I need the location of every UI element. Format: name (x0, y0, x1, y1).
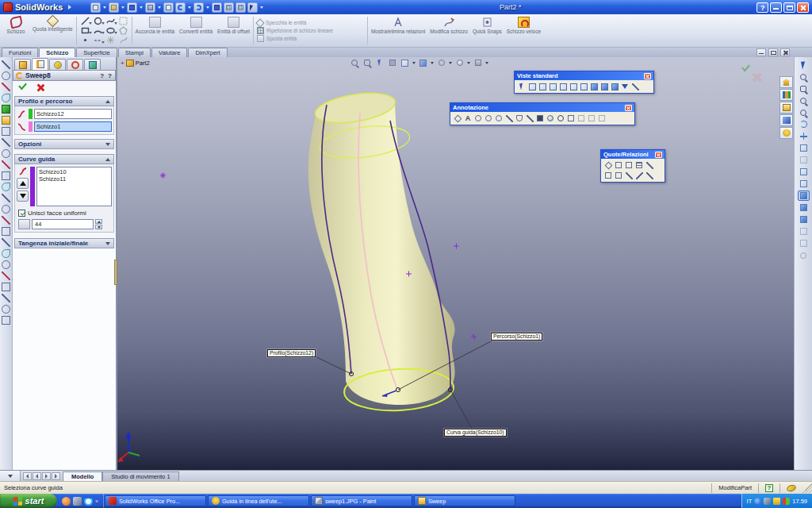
chevron-down-icon[interactable] (158, 6, 161, 9)
section-view-button[interactable] (798, 226, 810, 237)
zoom-fit-button[interactable] (798, 95, 810, 106)
spin-up-button[interactable] (95, 219, 102, 224)
spin-down-button[interactable] (95, 225, 102, 229)
guide-curves-group-header[interactable]: Curve guida (14, 154, 114, 164)
front-view-button[interactable] (527, 82, 537, 91)
left-toolbar-icon[interactable] (2, 260, 10, 269)
zoom-selection-button[interactable] (798, 107, 810, 117)
left-view-button[interactable] (548, 82, 557, 91)
next-tab-button[interactable] (42, 472, 51, 480)
internet-explorer-icon[interactable] (84, 497, 93, 506)
ellipse-tool-button[interactable] (105, 26, 117, 36)
select-button[interactable] (798, 60, 810, 70)
tray-icon[interactable] (783, 498, 790, 505)
left-toolbar-icon[interactable] (2, 116, 10, 125)
chevron-down-icon[interactable] (260, 6, 263, 9)
profile-selection-field[interactable]: Schizzo12 (34, 109, 112, 119)
dimxpert-manager-tab[interactable] (67, 59, 83, 70)
toolbar-title-bar[interactable]: Viste standard (515, 71, 653, 80)
trim-entities-button[interactable]: Accorcia le entità (133, 15, 178, 46)
new-document-button[interactable] (90, 2, 101, 13)
tab-valutare[interactable]: Valutare (151, 48, 187, 57)
doc-minimize-button[interactable] (756, 48, 766, 56)
left-toolbar-icon[interactable] (2, 238, 10, 247)
pan-button[interactable] (798, 131, 810, 141)
tab-funzioni[interactable]: Funzioni (2, 48, 38, 57)
display-manager-tab[interactable] (84, 59, 101, 70)
minimize-button[interactable] (770, 2, 782, 13)
move-up-button[interactable] (17, 178, 29, 189)
linear-sketch-pattern-button[interactable]: Ripetizione di schizzo lineare (257, 27, 333, 34)
resources-tab[interactable] (779, 76, 793, 88)
left-toolbar-icon[interactable] (2, 271, 10, 280)
taskbar-item-help[interactable]: Guida in linea dell'ute... (208, 495, 309, 506)
taskbar-item-sweep-folder[interactable]: Sweep (414, 495, 515, 506)
panel-flyout-button[interactable] (0, 471, 21, 481)
quick-tips-icon[interactable]: ? (765, 484, 773, 492)
properties-button[interactable] (236, 2, 246, 13)
scene-button[interactable] (473, 58, 483, 67)
isometric-view-button[interactable] (589, 82, 599, 91)
left-toolbar-icon[interactable] (2, 249, 10, 258)
zoom-area-button[interactable] (798, 83, 810, 94)
auto-balloon-button[interactable] (484, 114, 493, 123)
language-indicator[interactable]: IT (747, 498, 753, 505)
model-tab[interactable]: Modello (63, 471, 102, 481)
single-view-button[interactable] (630, 82, 640, 91)
datum-feature-button[interactable] (576, 114, 586, 123)
profile-path-group-header[interactable]: Profilo e percorso (14, 96, 114, 106)
rectangle-tool-button[interactable] (79, 26, 91, 36)
left-toolbar-icon[interactable] (2, 216, 10, 225)
feature-manager-tab[interactable] (14, 59, 31, 70)
zoom-fit-button[interactable] (349, 58, 359, 67)
shaded-button[interactable] (798, 202, 810, 213)
normal-axis-button[interactable] (620, 82, 630, 91)
line-tool-button[interactable] (79, 17, 91, 26)
prev-tab-button[interactable] (33, 472, 41, 480)
standard-views-toolbar[interactable]: Viste standard (514, 71, 654, 94)
note-button[interactable] (453, 114, 462, 123)
cancel-button[interactable] (36, 83, 44, 92)
left-toolbar-icon[interactable] (2, 94, 10, 102)
guide-curves-list[interactable]: Schizzo10 Schizzo11 (36, 167, 112, 206)
left-toolbar-icon[interactable] (2, 171, 10, 180)
tab-superficie[interactable]: Superficie (76, 48, 117, 57)
quick-snaps-button[interactable]: Quick Snaps (470, 15, 504, 46)
annotation-toolbar[interactable]: Annotazione A (450, 102, 635, 125)
taskbar-item-paint[interactable]: sweep1.JPG - Paint (311, 495, 412, 506)
zoom-area-button[interactable] (362, 58, 372, 67)
weld-symbol-button[interactable] (515, 114, 524, 123)
move-entities-button[interactable]: Sposta entità (257, 35, 333, 42)
maximize-button[interactable] (783, 2, 795, 13)
balloon-button[interactable] (473, 114, 483, 123)
left-toolbar-icon[interactable] (2, 160, 10, 169)
media-player-icon[interactable] (73, 497, 82, 506)
shaded-with-edges-button[interactable] (798, 190, 810, 201)
left-toolbar-icon[interactable] (2, 71, 10, 80)
left-toolbar-icon[interactable] (2, 305, 10, 314)
circle-tool-button[interactable] (92, 17, 104, 26)
close-icon[interactable] (644, 73, 651, 79)
chevron-down-icon[interactable] (206, 6, 209, 9)
appearance-sphere-button[interactable] (798, 250, 810, 260)
select-tool-button[interactable] (247, 2, 258, 13)
path-callout[interactable]: Percorso(Schizzo1) (491, 333, 542, 341)
stacked-balloon-button[interactable] (494, 114, 504, 123)
right-view-button[interactable] (558, 82, 568, 91)
multi-jog-leader-button[interactable] (504, 114, 514, 123)
close-button[interactable] (797, 2, 809, 13)
hide-show-items-button[interactable] (436, 58, 446, 67)
dimetric-view-button[interactable] (610, 82, 619, 91)
left-toolbar-icon[interactable] (2, 194, 10, 202)
chevron-down-icon[interactable] (103, 6, 106, 9)
taskbar-item-solidworks[interactable]: SolidWorks Office Pro... (105, 495, 206, 506)
graphics-viewport[interactable]: + Part2 (117, 57, 794, 470)
toolbar-title-bar[interactable]: Quote/Relazioni (601, 150, 665, 159)
confirm-cancel-button[interactable] (751, 72, 761, 83)
shadows-button[interactable] (798, 214, 810, 225)
file-explorer-tab[interactable] (779, 102, 793, 114)
surface-finish-button[interactable] (525, 114, 534, 123)
left-toolbar-icon[interactable] (2, 283, 10, 291)
arc-tool-button[interactable] (92, 26, 104, 36)
edit-sketch-button[interactable]: Modifica schizzo (427, 15, 470, 46)
